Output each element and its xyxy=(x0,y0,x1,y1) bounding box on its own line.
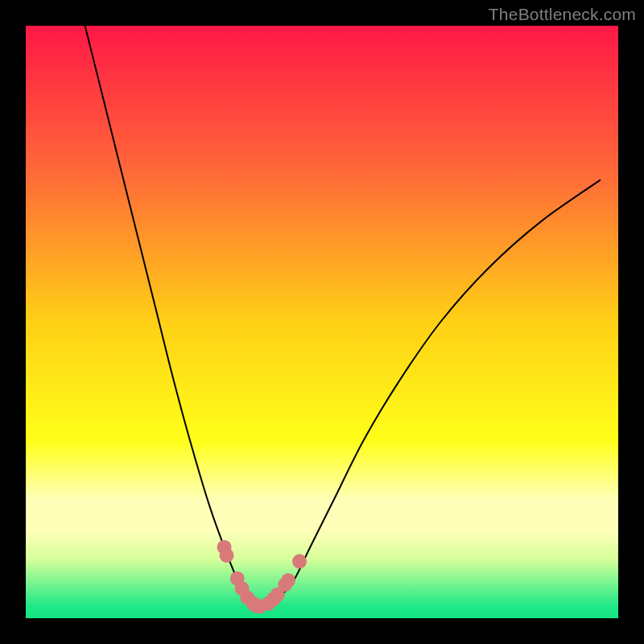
watermark-text: TheBottleneck.com xyxy=(489,5,636,24)
curve-marker xyxy=(281,573,295,588)
chart-plot-area xyxy=(26,26,618,618)
curve-marker xyxy=(292,554,307,568)
chart-background xyxy=(26,26,618,618)
chart-frame: TheBottleneck.com xyxy=(0,0,644,644)
curve-marker xyxy=(220,548,234,563)
chart-svg xyxy=(26,26,618,618)
